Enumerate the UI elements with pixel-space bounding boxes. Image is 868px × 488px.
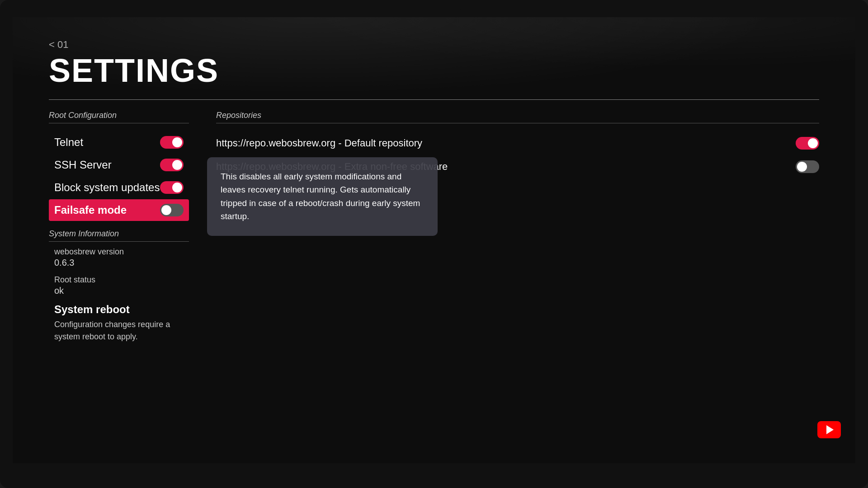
- camera-notch: [407, 0, 461, 13]
- back-button[interactable]: < 01: [49, 39, 68, 51]
- page-title: SETTINGS: [49, 54, 819, 87]
- reboot-section: System reboot Configuration changes requ…: [49, 303, 189, 343]
- youtube-badge[interactable]: [817, 421, 841, 438]
- webosbrew-version-key: webosbrew version: [54, 247, 184, 257]
- top-divider: [49, 99, 819, 100]
- webosbrew-version-value: 0.6.3: [54, 258, 184, 268]
- repo-extra-toggle[interactable]: [796, 160, 819, 173]
- telnet-toggle-knob: [172, 137, 182, 147]
- screen: < 01 SETTINGS Root Configuration Telnet: [13, 17, 855, 463]
- repo-item-default[interactable]: https://repo.webosbrew.org - Default rep…: [216, 131, 819, 155]
- tv-frame: < 01 SETTINGS Root Configuration Telnet: [0, 0, 868, 488]
- failsafe-toggle[interactable]: [160, 204, 184, 216]
- root-config-label: Root Configuration: [49, 111, 189, 123]
- menu-item-telnet[interactable]: Telnet: [49, 131, 189, 153]
- failsafe-tooltip: This disables all early system modificat…: [207, 157, 438, 236]
- webosbrew-version-item: webosbrew version 0.6.3: [49, 247, 189, 268]
- tooltip-text: This disables all early system modificat…: [221, 172, 420, 221]
- telnet-toggle[interactable]: [160, 136, 184, 149]
- ssh-label: SSH Server: [54, 159, 112, 171]
- youtube-play-icon: [826, 425, 834, 434]
- repo-extra-toggle-knob: [797, 162, 807, 172]
- ssh-toggle[interactable]: [160, 159, 184, 171]
- root-status-key: Root status: [54, 275, 184, 285]
- block-updates-toggle-knob: [172, 183, 182, 192]
- menu-item-ssh[interactable]: SSH Server: [49, 154, 189, 176]
- header-nav: < 01: [49, 39, 819, 51]
- left-panel: Root Configuration Telnet SSH Server: [49, 111, 189, 343]
- repo-default-toggle-knob: [808, 138, 818, 148]
- failsafe-toggle-knob: [161, 205, 171, 215]
- reboot-title: System reboot: [54, 303, 184, 316]
- system-info-section: System Information webosbrew version 0.6…: [49, 229, 189, 343]
- repo-section-label: Repositories: [216, 111, 819, 123]
- main-content: < 01 SETTINGS Root Configuration Telnet: [13, 17, 855, 463]
- menu-item-block-updates[interactable]: Block system updates: [49, 177, 189, 198]
- menu-item-failsafe[interactable]: Failsafe mode: [49, 199, 189, 221]
- telnet-label: Telnet: [54, 136, 83, 149]
- sys-info-label: System Information: [49, 229, 189, 242]
- root-status-value: ok: [54, 286, 184, 296]
- failsafe-label: Failsafe mode: [54, 204, 127, 216]
- repo-url-default: https://repo.webosbrew.org - Default rep…: [216, 137, 422, 149]
- block-updates-toggle[interactable]: [160, 181, 184, 194]
- ssh-toggle-knob: [172, 160, 182, 170]
- reboot-desc: Configuration changes require a system r…: [54, 319, 184, 343]
- block-updates-label: Block system updates: [54, 181, 160, 194]
- repo-default-toggle[interactable]: [796, 137, 819, 150]
- root-status-item: Root status ok: [49, 275, 189, 296]
